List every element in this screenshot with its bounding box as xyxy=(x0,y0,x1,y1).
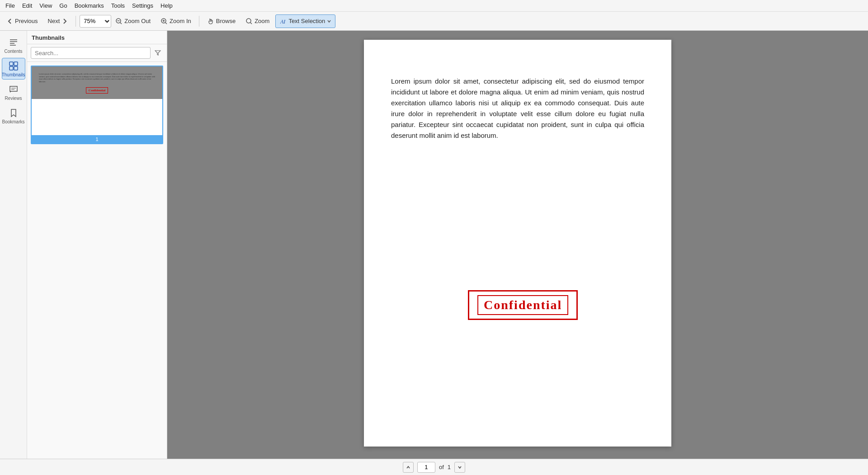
thumb-stamp-text: Confidential xyxy=(89,89,105,92)
search-input[interactable] xyxy=(31,47,151,59)
thumbnails-icon xyxy=(9,61,19,71)
confidential-inner: Confidential xyxy=(477,295,568,315)
page-of-label: of xyxy=(439,464,444,470)
page-total-label: 1 xyxy=(448,464,451,470)
search-row xyxy=(27,44,167,62)
chevron-down-icon xyxy=(458,465,462,470)
zoom-in-icon xyxy=(160,18,168,25)
thumbnails-label: Thumbnails xyxy=(2,72,25,77)
chevron-up-icon xyxy=(406,465,410,470)
thumbnails-list: Lorem ipsum dolor sit amet, consectetur … xyxy=(27,62,167,459)
reviews-label: Reviews xyxy=(5,96,22,101)
pdf-body-text[interactable]: Lorem ipsum dolor sit amet, consectetur … xyxy=(391,76,644,141)
zoom-in-button[interactable]: Zoom In xyxy=(156,14,195,28)
separator-1 xyxy=(75,16,76,27)
bookmarks-icon xyxy=(9,108,19,118)
svg-rect-16 xyxy=(9,66,13,70)
page-up-button[interactable] xyxy=(403,462,414,473)
menu-tools[interactable]: Tools xyxy=(108,1,128,10)
confidential-text: Confidential xyxy=(484,298,562,312)
zoom-out-icon xyxy=(115,18,123,25)
dropdown-arrow-icon xyxy=(327,19,331,24)
zoom-tool-icon xyxy=(245,18,253,25)
zoom-select[interactable]: 50% 75% 100% 125% 150% 200% xyxy=(80,15,111,28)
toolbar: Previous Next 50% 75% 100% 125% 150% 200… xyxy=(0,12,868,31)
thumb-stamp-wrapper: Confidential xyxy=(34,85,160,96)
thumb-stamp-box: Confidential xyxy=(86,87,108,94)
menu-settings[interactable]: Settings xyxy=(128,1,157,10)
menu-bookmarks[interactable]: Bookmarks xyxy=(71,1,108,10)
svg-rect-15 xyxy=(14,62,18,66)
menu-file[interactable]: File xyxy=(2,1,19,10)
hand-icon xyxy=(207,18,214,25)
sidebar-item-reviews[interactable]: Reviews xyxy=(2,81,25,103)
filter-button[interactable] xyxy=(152,47,163,58)
menu-view[interactable]: View xyxy=(36,1,56,10)
thumbnails-title: Thumbnails xyxy=(27,31,167,44)
separator-2 xyxy=(199,16,199,27)
previous-button[interactable]: Previous xyxy=(3,14,42,28)
text-selection-button[interactable]: AI Text Selection xyxy=(275,14,335,28)
chevron-left-icon xyxy=(7,18,13,24)
thumbnails-panel: Thumbnails Lorem ipsum dolor sit amet, c… xyxy=(27,31,167,459)
confidential-stamp: Confidential xyxy=(468,290,578,320)
zoom-out-button[interactable]: Zoom Out xyxy=(111,14,155,28)
text-cursor-icon: AI xyxy=(279,18,287,25)
page-down-button[interactable] xyxy=(454,462,465,473)
sidebar-item-thumbnails[interactable]: Thumbnails xyxy=(2,58,25,80)
contents-label: Contents xyxy=(4,49,22,54)
svg-rect-14 xyxy=(9,62,13,66)
bookmarks-label: Bookmarks xyxy=(2,119,25,124)
thumbnail-page-content: Lorem ipsum dolor sit amet, consectetur … xyxy=(32,66,162,99)
sidebar-icons: Contents Thumbnails Reviews B xyxy=(0,31,27,459)
contents-icon xyxy=(9,38,19,47)
thumb-mini-text: Lorem ipsum dolor sit amet, consectetur … xyxy=(34,69,160,85)
zoom-tool-button[interactable]: Zoom xyxy=(241,14,274,28)
main-area: Contents Thumbnails Reviews B xyxy=(0,31,868,459)
chevron-right-icon xyxy=(61,18,68,24)
pdf-page: Lorem ipsum dolor sit amet, consectetur … xyxy=(364,40,671,447)
thumbnail-page-number: 1 xyxy=(32,135,162,143)
menu-go[interactable]: Go xyxy=(56,1,71,10)
page-number-input[interactable] xyxy=(417,462,435,473)
menu-help[interactable]: Help xyxy=(157,1,176,10)
thumbnail-item-1[interactable]: Lorem ipsum dolor sit amet, consectetur … xyxy=(31,66,163,144)
menubar: File Edit View Go Bookmarks Tools Settin… xyxy=(0,0,868,12)
thumbnail-white-area xyxy=(32,99,162,135)
svg-line-8 xyxy=(250,23,252,24)
sidebar-item-bookmarks[interactable]: Bookmarks xyxy=(2,105,25,127)
menu-edit[interactable]: Edit xyxy=(19,1,36,10)
browse-button[interactable]: Browse xyxy=(203,14,240,28)
svg-point-7 xyxy=(246,19,251,23)
sidebar-item-contents[interactable]: Contents xyxy=(2,34,25,56)
svg-rect-17 xyxy=(14,66,18,70)
next-button[interactable]: Next xyxy=(44,14,72,28)
reviews-icon xyxy=(9,85,19,94)
svg-line-2 xyxy=(120,23,122,24)
bottom-bar: of 1 xyxy=(0,459,868,475)
filter-icon xyxy=(155,50,161,56)
pdf-viewer-area: Lorem ipsum dolor sit amet, consectetur … xyxy=(167,31,868,459)
svg-line-6 xyxy=(165,23,167,24)
confidential-stamp-wrapper: Confidential xyxy=(468,290,578,320)
svg-text:AI: AI xyxy=(280,19,286,25)
